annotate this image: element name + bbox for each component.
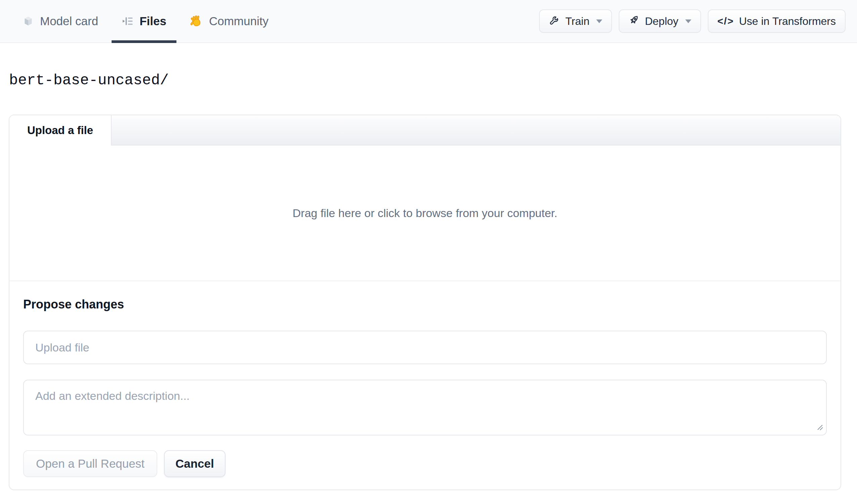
train-button-label: Train [565,15,589,28]
tab-model-card-label: Model card [40,14,98,28]
waving-hand-icon [190,14,203,28]
tab-community-label: Community [209,14,269,28]
breadcrumb[interactable]: bert-base-uncased/ [9,70,857,90]
open-pull-request-button[interactable]: Open a Pull Request [23,450,157,477]
rocket-icon [628,14,640,28]
dropzone-hint-text: Drag file here or click to browse from y… [293,207,557,220]
wrench-icon [549,14,560,28]
repo-header: Model card Files [0,0,857,43]
repo-action-buttons: Train Deploy </> Use in Tra [539,0,845,42]
code-icon: </> [718,15,734,27]
chevron-down-icon [685,19,691,23]
cube-icon [22,15,34,27]
upload-card: Upload a file Drag file here or click to… [9,115,841,490]
upload-a-file-tab[interactable]: Upload a file [10,115,112,146]
tab-files-label: Files [139,14,166,28]
propose-changes-section: Propose changes Open a Pull Request Canc… [10,281,841,477]
tab-community[interactable]: Community [180,0,279,42]
use-in-transformers-button[interactable]: </> Use in Transformers [708,10,845,33]
description-field-wrap [23,380,827,435]
tab-model-card[interactable]: Model card [12,0,108,42]
deploy-button[interactable]: Deploy [619,10,701,33]
upload-filename-input[interactable] [23,331,827,364]
repo-nav-tabs: Model card Files [12,0,279,42]
file-dropzone[interactable]: Drag file here or click to browse from y… [10,146,841,281]
extended-description-textarea[interactable] [23,380,827,435]
upload-card-tabrow: Upload a file [10,115,841,146]
tab-files[interactable]: Files [112,0,177,42]
files-list-icon [122,15,134,27]
use-in-transformers-label: Use in Transformers [739,15,836,28]
chevron-down-icon [596,19,602,23]
deploy-button-label: Deploy [645,15,678,28]
train-button[interactable]: Train [539,10,612,33]
propose-changes-heading: Propose changes [23,297,827,312]
cancel-button[interactable]: Cancel [164,450,225,477]
propose-buttons-row: Open a Pull Request Cancel [23,450,827,477]
